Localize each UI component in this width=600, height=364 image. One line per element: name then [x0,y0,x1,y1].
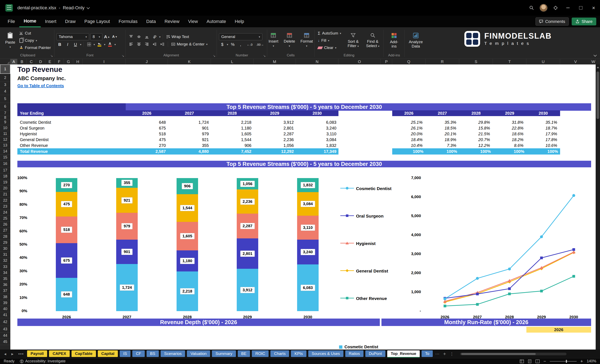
column-header-U[interactable]: U [526,59,560,64]
find-select-button[interactable]: Find & Select ▾ [364,32,382,49]
sort-filter-button[interactable]: Sort & Filter ▾ [345,32,362,49]
increase-indent-button[interactable] [159,41,166,47]
scroll-up-icon[interactable] [597,66,599,68]
sheet-tab-capital[interactable]: Capital [98,350,118,357]
row-header-5[interactable]: 5 [0,95,10,103]
column-header-M[interactable]: M [253,59,296,64]
font-size-combo[interactable]: 8▾ [90,33,102,40]
sheet-tab-to[interactable]: To [422,350,433,357]
sheet-list-button[interactable]: ••• [17,352,25,356]
paste-button[interactable]: Paste ▾ [3,31,17,50]
row-header-12[interactable]: 12 [0,137,10,143]
sheet-nav-left[interactable]: ◂ [2,351,8,356]
menu-tab-file[interactable]: File [3,16,19,27]
font-color-button[interactable]: A [107,41,113,48]
percent-cell[interactable]: 35.3% [425,119,459,125]
row-header-14[interactable]: 14 [0,148,10,155]
bold-button[interactable]: B [56,41,63,48]
addins-button[interactable]: Add-ins [386,32,402,49]
normal-view-icon[interactable] [520,359,524,363]
percent-cell[interactable]: 18.9% [425,137,459,143]
revenue-cell[interactable]: 921 [168,137,211,143]
row-header-7[interactable]: 7 [0,110,10,116]
column-header-A[interactable]: A [10,59,17,64]
collapse-ribbon-icon[interactable] [594,54,597,57]
column-header-I[interactable]: I [83,59,126,64]
column-header-T[interactable]: T [493,59,526,64]
percent-cell[interactable]: 21.5% [459,131,493,137]
sheet-tab-dupont[interactable]: DuPont [365,350,385,357]
comma-style-button[interactable]: , [237,41,244,48]
sheet-tab-kpis[interactable]: KPIs [291,350,306,357]
shrink-font-button[interactable]: A▼ [112,34,118,40]
column-header-G[interactable]: G [64,59,73,64]
font-name-combo[interactable]: Tahoma▾ [56,33,89,40]
merge-center-button[interactable]: Merge & Center ▾ [170,41,209,47]
menu-tab-page-layout[interactable]: Page Layout [80,16,114,27]
comments-button[interactable]: Comments [535,17,569,26]
align-left-button[interactable] [128,41,134,47]
column-header-C[interactable]: C [27,59,36,64]
percent-year-header[interactable]: 2029 [493,110,526,116]
line-chart[interactable]: 7,0006,0005,0004,0003,0002,0001,000-2026… [401,176,596,321]
fill-color-button[interactable] [96,41,103,48]
revenue-cell[interactable]: 1,544 [211,137,253,143]
row-header-25[interactable]: 25 [0,216,10,222]
horizontal-scrollbar[interactable] [460,353,566,355]
column-header-V[interactable]: V [560,59,591,64]
column-header-E[interactable]: E [45,59,55,64]
underline-button[interactable]: U [72,41,79,48]
row-header-10[interactable]: 10 [0,125,10,131]
analyze-data-button[interactable]: Analyze Data [407,32,425,49]
align-middle-button[interactable] [136,34,142,40]
sheet-tab-charts[interactable]: Charts [271,350,289,357]
row-header-19[interactable]: 19 [0,179,10,185]
percent-cell[interactable]: 18.4% [392,137,425,143]
menu-tab-help[interactable]: Help [230,16,248,27]
row-header-39[interactable]: 39 [0,300,10,306]
add-sheet-button[interactable]: + [442,351,447,357]
revenue-cell[interactable]: 3,110 [296,131,338,137]
row-header-3[interactable]: 3 [0,82,10,88]
column-header-K[interactable]: K [168,59,211,64]
revenue-cell[interactable]: 355 [168,143,211,148]
menu-tab-draw[interactable]: Draw [61,16,80,27]
row-header-17[interactable]: 17 [0,167,10,173]
percent-cell[interactable]: 18.7% [526,125,560,131]
sheet-tab-top-revenue[interactable]: Top_Revenue [387,350,420,358]
align-top-button[interactable] [128,34,134,40]
sheet-tab-roic[interactable]: ROIC [252,350,269,357]
percent-year-header[interactable]: 2028 [459,110,493,116]
sheet-tab-payroll[interactable]: Payroll [27,350,47,357]
format-cells-button[interactable]: Format ▾ [299,32,314,49]
clipboard-dialog-launcher[interactable]: ↘ [50,53,53,58]
zoom-in-button[interactable]: + [580,359,583,364]
copy-button[interactable]: Copy ▾ [18,37,52,44]
wrap-text-button[interactable]: Wrap Text [165,34,190,40]
menu-tab-home[interactable]: Home [19,16,40,27]
row-header-26[interactable]: 26 [0,222,10,228]
row-header-28[interactable]: 28 [0,234,10,240]
percent-cell[interactable]: 8.6% [493,143,526,148]
increase-decimal-button[interactable]: ←.0 [245,41,254,48]
percent-cell[interactable]: 18.5% [425,125,459,131]
percent-total-cell[interactable]: 100% [425,148,459,155]
zoom-level[interactable]: 140% [587,359,596,363]
grow-font-button[interactable]: A▲ [103,34,110,40]
row-header-16[interactable]: 16 [0,160,10,167]
row-header-34[interactable]: 34 [0,270,10,276]
search-button[interactable] [525,0,538,16]
total-revenue-cell[interactable]: 17,349 [296,148,338,155]
revenue-year-header[interactable]: 2030 [296,110,338,116]
worksheet[interactable]: Top Revenue ABC Company Inc. Go to Table… [10,64,596,350]
row-header-15[interactable]: 15 [0,155,10,160]
column-header-P[interactable]: P [381,59,392,64]
banner-monthly-runrate[interactable]: Monthly Run-Rate ($'000) - 2026 [382,318,591,326]
autosum-button[interactable]: Σ AutoSum ▾ [317,30,342,36]
row-header-21[interactable]: 21 [0,191,10,198]
row-header-4[interactable]: 4 [0,88,10,95]
percent-cell[interactable]: 7.3% [425,143,459,148]
decrease-decimal-button[interactable]: .00→ [255,41,265,48]
toc-link[interactable]: Go to Table of Contents [17,83,64,88]
percent-cell[interactable]: 25.1% [392,119,425,125]
